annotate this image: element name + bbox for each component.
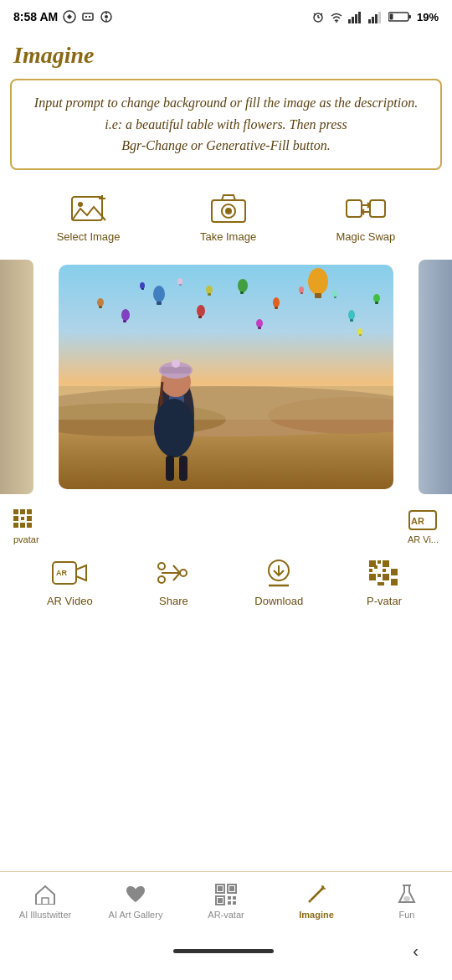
magic-swap-label: Magic Swap [336, 230, 395, 243]
svg-rect-118 [218, 898, 223, 903]
signal-icon-2 [368, 10, 383, 23]
svg-rect-108 [383, 574, 389, 580]
qr-code-icon [214, 883, 238, 906]
battery-text: 19% [417, 11, 439, 23]
bottom-icons-row: pvatar AR AR Vi... [0, 503, 452, 544]
svg-rect-80 [359, 334, 362, 336]
p-vatar-button[interactable]: P-vatar [363, 556, 405, 607]
svg-rect-107 [378, 574, 381, 577]
wand-icon [305, 883, 328, 906]
svg-point-57 [273, 297, 280, 307]
svg-rect-1 [83, 13, 93, 20]
status-icon-2 [81, 10, 95, 23]
take-image-icon [208, 192, 249, 225]
svg-point-79 [357, 328, 362, 335]
ar-side-label: AR Vi... [408, 534, 439, 544]
svg-rect-14 [355, 14, 357, 23]
wifi-icon [330, 10, 343, 23]
share-label: Share [159, 595, 188, 607]
svg-rect-39 [59, 386, 393, 420]
prompt-box: Input prompt to change background or fil… [10, 79, 442, 170]
main-action-row: AR AR Video Share Download [0, 544, 452, 624]
bottom-nav: AI Illustwitter AI Art Gallery [0, 871, 452, 930]
download-label: Download [254, 595, 303, 607]
svg-point-24 [78, 202, 83, 207]
svg-rect-13 [352, 17, 354, 23]
svg-rect-2 [85, 16, 87, 18]
alarm-icon [311, 10, 325, 23]
svg-rect-21 [408, 15, 411, 18]
svg-rect-111 [378, 582, 384, 585]
svg-point-59 [121, 309, 130, 321]
main-image[interactable] [59, 265, 393, 489]
svg-rect-74 [300, 292, 303, 294]
nav-fun-label: Fun [399, 910, 415, 920]
svg-rect-102 [369, 569, 372, 572]
ar-side-icon[interactable]: AR AR Vi... [408, 509, 439, 544]
nav-ai-illustwitter[interactable]: AI Illustwitter [12, 883, 79, 920]
carousel-left-panel[interactable] [0, 260, 33, 494]
svg-text:AR: AR [411, 516, 424, 526]
prompt-text: Input prompt to change background or fil… [25, 92, 427, 157]
svg-rect-31 [370, 200, 385, 217]
svg-point-5 [105, 15, 108, 18]
svg-rect-72 [141, 288, 144, 290]
svg-point-63 [206, 286, 213, 294]
svg-rect-122 [233, 901, 236, 905]
svg-rect-89 [21, 517, 24, 520]
nav-fun[interactable]: Fun [373, 883, 440, 920]
svg-rect-104 [383, 560, 389, 567]
magic-swap-icon [345, 192, 387, 225]
signal-icon-1 [348, 10, 363, 23]
heart-icon [124, 883, 147, 906]
ar-video-button[interactable]: AR AR Video [47, 556, 93, 607]
svg-line-124 [309, 900, 311, 902]
svg-point-55 [238, 279, 248, 292]
svg-point-69 [97, 298, 104, 307]
nav-imagine[interactable]: Imagine [283, 883, 350, 920]
svg-rect-68 [375, 302, 378, 304]
magic-swap-button[interactable]: Magic Swap [336, 192, 395, 243]
svg-point-46 [154, 399, 194, 457]
back-arrow[interactable]: ‹ [413, 941, 419, 961]
svg-rect-76 [334, 297, 336, 298]
svg-rect-70 [99, 306, 102, 308]
take-image-button[interactable]: Take Image [200, 192, 256, 243]
svg-point-75 [332, 291, 337, 297]
nav-ai-art-gallery-label: AI Art Gallery [109, 910, 163, 920]
ar-video-label: AR Video [47, 595, 93, 607]
svg-point-51 [153, 286, 165, 302]
nav-ai-art-gallery[interactable]: AI Art Gallery [102, 883, 169, 920]
nav-ar-vatar-label: AR-vatar [208, 910, 244, 920]
share-button[interactable]: Share [152, 556, 194, 607]
pvatar-side-icon[interactable]: pvatar [13, 509, 39, 544]
svg-rect-119 [228, 896, 231, 900]
carousel-right-panel[interactable] [419, 260, 452, 494]
svg-rect-101 [378, 560, 381, 564]
svg-point-129 [321, 887, 324, 890]
svg-rect-12 [348, 19, 351, 23]
svg-point-95 [158, 576, 165, 583]
svg-rect-23 [72, 197, 102, 220]
status-icon-3 [100, 10, 113, 23]
svg-text:AR: AR [56, 569, 67, 577]
svg-rect-121 [228, 901, 231, 905]
nav-ar-vatar[interactable]: AR-vatar [193, 883, 259, 920]
svg-point-29 [225, 208, 232, 214]
share-icon [152, 556, 194, 590]
svg-rect-44 [161, 367, 191, 374]
svg-point-67 [373, 294, 380, 302]
svg-rect-50 [315, 293, 321, 298]
pvatar-side-label: pvatar [13, 534, 39, 544]
svg-rect-82 [20, 509, 25, 514]
svg-rect-83 [27, 509, 32, 514]
select-image-label: Select Image [57, 230, 121, 243]
svg-rect-84 [13, 516, 18, 521]
svg-rect-58 [275, 307, 278, 309]
svg-rect-87 [20, 523, 25, 528]
select-image-button[interactable]: Select Image [57, 192, 121, 243]
download-button[interactable]: Download [254, 556, 303, 607]
svg-point-77 [177, 278, 182, 285]
take-image-label: Take Image [200, 230, 256, 243]
home-indicator [173, 949, 274, 953]
